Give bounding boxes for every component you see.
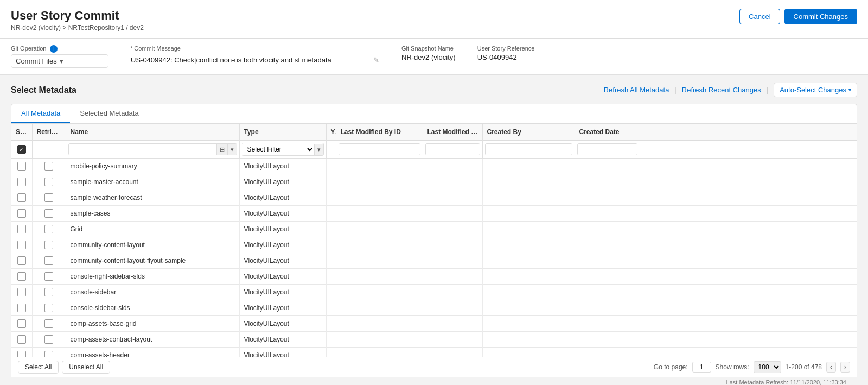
row-cb-cell: [482, 253, 575, 269]
git-snapshot-value: NR-dev2 (vlocity): [401, 53, 456, 61]
row-retrieve-checkbox[interactable]: [44, 241, 53, 249]
row-lmbi-cell: [336, 222, 423, 237]
row-type-y-cell: [326, 253, 336, 269]
row-select-checkbox[interactable]: [17, 209, 26, 218]
row-retrieve-checkbox[interactable]: [44, 304, 53, 312]
select-all-button[interactable]: Select All: [18, 361, 59, 374]
row-select-cell: [11, 237, 32, 253]
name-filter-clear-button[interactable]: ▾: [227, 144, 237, 155]
header-actions: Cancel Commit Changes: [739, 9, 857, 24]
git-op-info-icon[interactable]: i: [50, 45, 58, 53]
row-retrieve-checkbox[interactable]: [44, 351, 53, 357]
lmd-filter-input[interactable]: [426, 144, 480, 155]
row-select-checkbox[interactable]: [17, 162, 26, 171]
row-type-y-cell: [326, 316, 336, 332]
row-lmbi-cell: [336, 237, 423, 253]
col-header-type: Type: [239, 124, 326, 141]
auto-select-changes-button[interactable]: Auto-Select Changes ▾: [774, 83, 857, 97]
row-cd-cell: [575, 285, 640, 300]
table-row: community-content-layout-flyout-sample V…: [11, 253, 857, 269]
row-select-cell: [11, 174, 32, 190]
table-row: console-sidebar-slds VlocityUILayout: [11, 300, 857, 316]
row-retrieve-checkbox[interactable]: [44, 319, 53, 328]
filter-cell-lmd: 📅: [423, 141, 482, 159]
row-select-checkbox[interactable]: [17, 304, 26, 312]
row-select-checkbox[interactable]: [17, 351, 26, 357]
row-lmd-cell: [423, 269, 482, 285]
row-cb-cell: [482, 222, 575, 237]
row-select-checkbox[interactable]: [17, 193, 26, 202]
page-number-input[interactable]: [692, 362, 711, 373]
row-retrieve-checkbox[interactable]: [44, 209, 53, 218]
name-filter-input[interactable]: [69, 144, 216, 155]
row-select-checkbox[interactable]: [17, 319, 26, 328]
row-select-checkbox[interactable]: [17, 272, 26, 281]
row-extra-cell: [640, 222, 857, 237]
row-type-y-cell: [326, 285, 336, 300]
tab-selected-metadata[interactable]: Selected Metadata: [70, 104, 148, 123]
git-operation-select[interactable]: Commit Files ▾: [11, 54, 108, 68]
row-cb-cell: [482, 174, 575, 190]
row-retrieve-cell: [32, 348, 66, 358]
row-type-y-cell: [326, 332, 336, 348]
row-select-checkbox[interactable]: [17, 335, 26, 344]
row-cb-cell: [482, 237, 575, 253]
unselect-all-button[interactable]: Unselect All: [62, 361, 110, 374]
row-select-checkbox[interactable]: [17, 288, 26, 296]
tab-bar: All Metadata Selected Metadata: [11, 104, 857, 124]
table-row: sample-weather-forecast VlocityUILayout: [11, 190, 857, 206]
row-name-cell: comp-assets-base-grid: [66, 316, 239, 332]
next-page-button[interactable]: ›: [840, 362, 850, 373]
filter-cell-cd: 📅: [575, 141, 640, 159]
table-row: comp-assets-contract-layout VlocityUILay…: [11, 332, 857, 348]
type-filter-button[interactable]: ▾: [314, 144, 323, 155]
row-retrieve-checkbox[interactable]: [44, 193, 53, 202]
row-lmd-cell: [423, 316, 482, 332]
tab-all-metadata[interactable]: All Metadata: [11, 104, 70, 123]
commit-changes-button[interactable]: Commit Changes: [784, 9, 857, 24]
rows-per-page-select[interactable]: 100 200 500: [754, 361, 781, 373]
metadata-section-title: Select Metadata: [11, 85, 76, 95]
table-row: community-content-layout VlocityUILayout: [11, 237, 857, 253]
row-retrieve-checkbox[interactable]: [44, 225, 53, 233]
type-filter-select[interactable]: Select Filter: [242, 143, 314, 155]
row-select-checkbox[interactable]: [17, 178, 26, 186]
row-cb-cell: [482, 300, 575, 316]
row-retrieve-checkbox[interactable]: [44, 256, 53, 265]
edit-icon[interactable]: ✎: [373, 56, 379, 64]
go-to-page-label: Go to page:: [654, 363, 688, 371]
row-retrieve-checkbox[interactable]: [44, 162, 53, 171]
row-select-checkbox[interactable]: [17, 241, 26, 249]
prev-page-button[interactable]: ‹: [826, 362, 836, 373]
row-retrieve-cell: [32, 253, 66, 269]
name-filter-button[interactable]: ⊞: [216, 144, 227, 155]
row-retrieve-checkbox[interactable]: [44, 272, 53, 281]
row-lmbi-cell: [336, 348, 423, 358]
row-range: 1-200 of 478: [786, 363, 822, 371]
row-cb-cell: [482, 285, 575, 300]
footer-bar: Select All Unselect All Go to page: Show…: [11, 357, 857, 377]
row-lmd-cell: [423, 285, 482, 300]
col-header-name: Name: [66, 124, 239, 141]
us-reference-value: US-0409942: [477, 53, 535, 61]
row-retrieve-checkbox[interactable]: [44, 335, 53, 344]
col-header-retrieve: Retrieve ...: [32, 124, 66, 141]
git-operation-label: Git Operation i: [11, 45, 108, 53]
row-select-cell: [11, 348, 32, 358]
lmbi-filter-input[interactable]: [339, 144, 420, 155]
refresh-recent-changes-button[interactable]: Refresh Recent Changes: [682, 86, 761, 94]
row-lmbi-cell: [336, 316, 423, 332]
row-retrieve-cell: [32, 190, 66, 206]
cancel-button[interactable]: Cancel: [739, 9, 780, 24]
select-all-checkbox[interactable]: [17, 145, 26, 154]
row-select-checkbox[interactable]: [17, 256, 26, 265]
refresh-all-metadata-button[interactable]: Refresh All Metadata: [604, 86, 669, 94]
row-select-checkbox[interactable]: [17, 225, 26, 233]
metadata-header: Select Metadata Refresh All Metadata | R…: [11, 83, 857, 97]
row-retrieve-checkbox[interactable]: [44, 288, 53, 296]
row-name-cell: mobile-policy-summary: [66, 159, 239, 174]
cd-filter-input[interactable]: [578, 144, 637, 155]
row-type-y-cell: [326, 300, 336, 316]
row-retrieve-checkbox[interactable]: [44, 178, 53, 186]
cb-filter-input[interactable]: [486, 144, 572, 155]
